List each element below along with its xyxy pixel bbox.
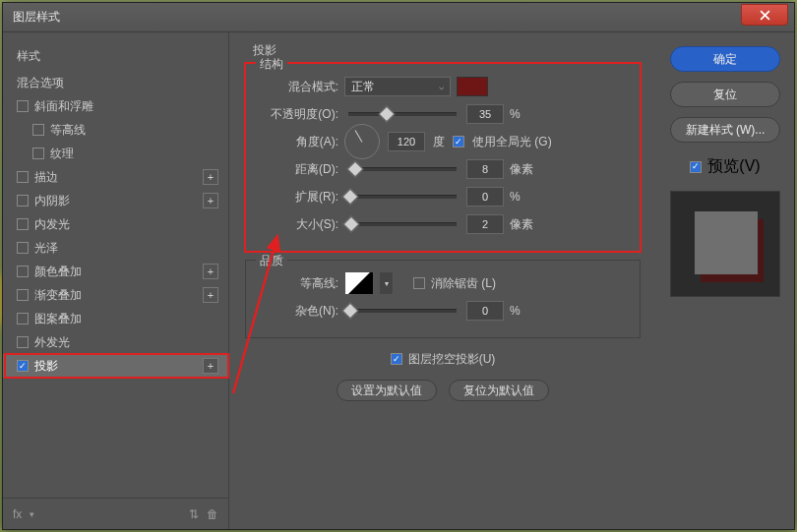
blend-mode-label: 混合模式: — [258, 79, 338, 95]
sidebar-item-4[interactable]: 内阴影+ — [3, 189, 228, 212]
style-checkbox[interactable] — [17, 218, 29, 230]
sidebar-item-label: 混合选项 — [17, 75, 64, 91]
add-effect-icon[interactable]: + — [203, 193, 218, 208]
noise-input[interactable] — [466, 301, 504, 321]
angle-label: 角度(A): — [258, 134, 338, 150]
preview-box — [670, 191, 780, 297]
sidebar-item-6[interactable]: 光泽 — [3, 236, 228, 260]
style-checkbox[interactable] — [17, 360, 29, 372]
opacity-input[interactable] — [466, 104, 504, 124]
close-button[interactable] — [741, 4, 788, 26]
quality-legend: 品质 — [256, 253, 287, 269]
layer-style-dialog: 图层样式 样式 混合选项 斜面和浮雕等高线纹理描边+内阴影+内发光光泽颜色叠加+… — [2, 2, 795, 530]
spread-slider[interactable] — [348, 195, 457, 199]
sidebar-item-label: 等高线 — [50, 122, 86, 139]
sidebar-item-5[interactable]: 内发光 — [3, 212, 228, 236]
knockout-label: 图层挖空投影(U) — [408, 351, 496, 368]
contour-label: 等高线: — [258, 275, 338, 292]
close-icon — [760, 10, 770, 21]
add-effect-icon[interactable]: + — [203, 264, 218, 279]
sidebar-item-label: 图案叠加 — [34, 311, 82, 327]
opacity-unit: % — [510, 107, 537, 121]
style-checkbox[interactable] — [32, 124, 44, 136]
opacity-label: 不透明度(O): — [258, 106, 338, 123]
style-checkbox[interactable] — [32, 148, 44, 159]
contour-dropdown[interactable]: ▾ — [380, 271, 394, 295]
sidebar-item-label: 外发光 — [34, 334, 70, 351]
chevron-down-icon: ⌵ — [439, 82, 444, 91]
noise-slider[interactable] — [348, 309, 457, 313]
structure-group: 结构 混合模式: 正常 ⌵ 不透明度(O): % 角度(A): — [245, 63, 641, 252]
blend-mode-dropdown[interactable]: 正常 ⌵ — [344, 77, 451, 96]
sidebar-item-1[interactable]: 等高线 — [3, 118, 228, 142]
fx-caret-icon[interactable]: ▾ — [30, 509, 34, 519]
sidebar-item-11[interactable]: 投影+ — [3, 354, 228, 378]
size-slider[interactable] — [348, 222, 457, 226]
sidebar-item-9[interactable]: 图案叠加 — [3, 307, 228, 330]
sidebar-item-0[interactable]: 斜面和浮雕 — [3, 94, 228, 118]
fx-menu-icon[interactable]: fx — [13, 507, 22, 521]
sidebar-header: 样式 — [3, 42, 228, 71]
reorder-icon[interactable]: ⇅ — [189, 507, 199, 521]
trash-icon[interactable]: 🗑 — [207, 507, 218, 521]
effect-title: 投影 — [253, 42, 641, 59]
noise-unit: % — [510, 304, 537, 318]
sidebar-item-label: 内发光 — [34, 216, 70, 233]
distance-slider[interactable] — [348, 167, 457, 171]
sidebar-item-7[interactable]: 颜色叠加+ — [3, 260, 228, 283]
opacity-slider[interactable] — [348, 112, 457, 116]
preview-label: 预览(V) — [707, 156, 760, 177]
style-checkbox[interactable] — [17, 242, 29, 254]
angle-unit: 度 — [433, 134, 445, 150]
ok-button[interactable]: 确定 — [670, 46, 780, 72]
preview-checkbox[interactable] — [690, 161, 702, 173]
sidebar-item-label: 纹理 — [50, 146, 74, 162]
structure-legend: 结构 — [256, 56, 287, 73]
size-unit: 像素 — [510, 216, 537, 233]
antialias-label: 消除锯齿 (L) — [431, 275, 496, 292]
angle-input[interactable] — [388, 132, 425, 151]
new-style-button[interactable]: 新建样式 (W)... — [670, 117, 780, 143]
angle-dial[interactable] — [344, 124, 380, 159]
spread-input[interactable] — [466, 187, 504, 207]
style-checkbox[interactable] — [17, 100, 29, 112]
main-panel: 投影 结构 混合模式: 正常 ⌵ 不透明度(O): % — [229, 32, 656, 529]
make-default-button[interactable]: 设置为默认值 — [337, 380, 437, 401]
size-input[interactable] — [466, 214, 504, 234]
sidebar-footer: fx ▾ ⇅ 🗑 — [3, 498, 228, 529]
style-checkbox[interactable] — [17, 336, 29, 348]
antialias-checkbox[interactable] — [413, 277, 425, 289]
sidebar-item-blend-options[interactable]: 混合选项 — [3, 71, 228, 94]
style-checkbox[interactable] — [17, 195, 29, 207]
cancel-button[interactable]: 复位 — [670, 82, 780, 107]
style-checkbox[interactable] — [17, 313, 29, 325]
style-checkbox[interactable] — [17, 171, 29, 183]
sidebar-item-2[interactable]: 纹理 — [3, 142, 228, 165]
sidebar-item-label: 描边 — [34, 169, 58, 186]
add-effect-icon[interactable]: + — [203, 169, 218, 185]
style-checkbox[interactable] — [17, 289, 29, 301]
sidebar-item-label: 颜色叠加 — [34, 264, 82, 280]
sidebar-item-10[interactable]: 外发光 — [3, 330, 228, 354]
distance-unit: 像素 — [510, 161, 537, 178]
shadow-color-swatch[interactable] — [457, 77, 488, 96]
knockout-checkbox[interactable] — [391, 353, 402, 365]
reset-default-button[interactable]: 复位为默认值 — [449, 380, 549, 401]
sidebar-item-label: 投影 — [34, 358, 58, 375]
chevron-down-icon: ▾ — [385, 279, 389, 288]
sidebar-item-label: 光泽 — [34, 240, 58, 257]
global-light-checkbox[interactable] — [453, 136, 464, 148]
sidebar-item-3[interactable]: 描边+ — [3, 165, 228, 189]
add-effect-icon[interactable]: + — [203, 358, 218, 374]
dialog-title: 图层样式 — [13, 9, 60, 26]
noise-label: 杂色(N): — [258, 303, 338, 320]
sidebar-item-8[interactable]: 渐变叠加+ — [3, 283, 228, 307]
spread-unit: % — [510, 190, 537, 204]
quality-group: 品质 等高线: ▾ 消除锯齿 (L) 杂色(N): % — [245, 260, 641, 338]
titlebar[interactable]: 图层样式 — [3, 3, 794, 32]
add-effect-icon[interactable]: + — [203, 287, 218, 303]
style-checkbox[interactable] — [17, 266, 29, 277]
contour-swatch[interactable] — [344, 271, 374, 295]
distance-input[interactable] — [466, 159, 504, 179]
styles-sidebar: 样式 混合选项 斜面和浮雕等高线纹理描边+内阴影+内发光光泽颜色叠加+渐变叠加+… — [3, 32, 229, 529]
